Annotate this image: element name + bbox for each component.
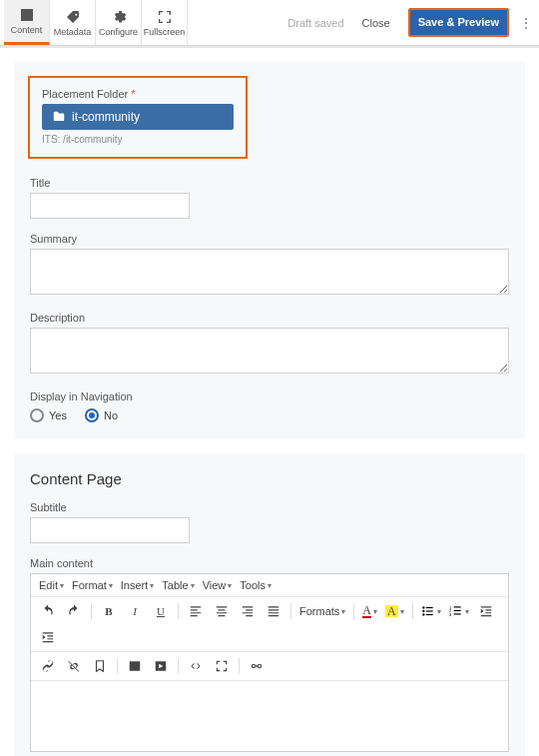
- folder-icon: [52, 110, 66, 124]
- display-nav-row: Display in Navigation Yes No: [30, 390, 509, 422]
- formats-dropdown[interactable]: Formats▾: [299, 605, 345, 617]
- unlink-icon[interactable]: [65, 657, 83, 675]
- bookmark-icon[interactable]: [91, 657, 109, 675]
- fullscreen-icon: [157, 9, 173, 25]
- rich-text-editor: Edit▾ Format▾ Insert▾ Table▾ View▾ Tools…: [30, 573, 509, 752]
- svg-rect-3: [425, 610, 432, 611]
- redo-icon[interactable]: [65, 602, 83, 620]
- gear-icon: [111, 9, 127, 25]
- display-nav-yes[interactable]: Yes: [30, 408, 67, 422]
- folder-name: it-community: [72, 110, 140, 124]
- svg-point-2: [422, 610, 424, 612]
- svg-rect-7: [453, 606, 460, 607]
- outdent-icon[interactable]: [477, 602, 495, 620]
- indent-icon[interactable]: [39, 628, 57, 646]
- svg-rect-11: [453, 613, 460, 614]
- display-nav-no[interactable]: No: [85, 408, 118, 422]
- italic-button[interactable]: I: [126, 602, 144, 620]
- radio-icon: [30, 408, 44, 422]
- tab-label: Configure: [99, 27, 138, 37]
- main-content-row: Main content Edit▾ Format▾ Insert▾ Table…: [30, 557, 509, 752]
- description-label: Description: [30, 312, 509, 324]
- placement-folder-path: ITS: /it-community: [42, 134, 234, 145]
- tab-label: Fullscreen: [144, 27, 186, 37]
- rte-menu-table[interactable]: Table▾: [162, 579, 194, 591]
- tag-icon: [65, 9, 81, 25]
- rte-menu-insert[interactable]: Insert▾: [121, 579, 155, 591]
- rte-menu-tools[interactable]: Tools▾: [240, 579, 271, 591]
- rte-menu-format[interactable]: Format▾: [72, 579, 113, 591]
- rte-menu-edit[interactable]: Edit▾: [39, 579, 64, 591]
- tab-content[interactable]: Content: [4, 0, 50, 45]
- more-menu-button[interactable]: ⋮: [519, 15, 533, 31]
- tab-label: Content: [11, 25, 43, 35]
- align-justify-icon[interactable]: [265, 602, 282, 620]
- radio-icon: [85, 408, 99, 422]
- image-icon[interactable]: [126, 657, 144, 675]
- align-right-icon[interactable]: [239, 602, 257, 620]
- description-row: Description: [30, 312, 509, 377]
- text-color-button[interactable]: A▾: [362, 604, 377, 618]
- summary-label: Summary: [30, 233, 509, 245]
- rte-toolbar-2: [31, 652, 508, 681]
- rte-menu-view[interactable]: View▾: [203, 579, 233, 591]
- link-icon[interactable]: [39, 657, 57, 675]
- svg-rect-1: [425, 607, 432, 608]
- close-button[interactable]: Close: [354, 11, 398, 35]
- svg-point-0: [422, 606, 424, 608]
- tab-label: Metadata: [54, 27, 92, 37]
- top-actions: Draft saved Close Save & Preview ⋮: [287, 0, 539, 45]
- underline-button[interactable]: U: [152, 602, 170, 620]
- title-input[interactable]: [30, 193, 190, 219]
- media-icon[interactable]: [152, 657, 170, 675]
- highlight-color-button[interactable]: A▾: [385, 605, 404, 617]
- title-label: Title: [30, 177, 509, 189]
- subtitle-row: Subtitle: [30, 501, 509, 543]
- tab-fullscreen[interactable]: Fullscreen: [142, 0, 188, 45]
- content-page-heading: Content Page: [30, 470, 509, 487]
- rte-toolbar-1: B I U Formats▾ A▾ A▾ ▾ 123▾: [31, 597, 508, 652]
- bold-button[interactable]: B: [100, 602, 118, 620]
- fullscreen-editor-icon[interactable]: [213, 657, 231, 675]
- align-left-icon[interactable]: [187, 602, 205, 620]
- svg-rect-5: [425, 614, 432, 615]
- description-textarea[interactable]: [30, 328, 509, 374]
- infinity-icon[interactable]: [248, 657, 266, 675]
- placement-folder-label: Placement Folder *: [42, 88, 234, 100]
- main-content-label: Main content: [30, 557, 509, 569]
- svg-text:3: 3: [449, 612, 452, 617]
- svg-point-4: [422, 613, 424, 615]
- number-list-button[interactable]: 123▾: [449, 604, 469, 618]
- rte-content-area[interactable]: [31, 681, 508, 751]
- undo-icon[interactable]: [39, 602, 57, 620]
- placement-folder-chip[interactable]: it-community: [42, 104, 234, 130]
- bullet-list-button[interactable]: ▾: [421, 604, 441, 618]
- svg-rect-9: [453, 610, 460, 611]
- tab-configure[interactable]: Configure: [96, 0, 142, 45]
- placement-folder-block: Placement Folder * it-community ITS: /it…: [28, 76, 248, 159]
- draft-saved-status: Draft saved: [287, 17, 343, 29]
- save-preview-button[interactable]: Save & Preview: [408, 8, 509, 37]
- code-icon[interactable]: [187, 657, 205, 675]
- align-center-icon[interactable]: [213, 602, 231, 620]
- tab-metadata[interactable]: Metadata: [50, 0, 96, 45]
- basic-fields-panel: Placement Folder * it-community ITS: /it…: [14, 62, 525, 438]
- rte-menubar: Edit▾ Format▾ Insert▾ Table▾ View▾ Tools…: [31, 574, 508, 597]
- summary-textarea[interactable]: [30, 249, 509, 295]
- summary-row: Summary: [30, 233, 509, 298]
- title-row: Title: [30, 177, 509, 219]
- subtitle-label: Subtitle: [30, 501, 509, 513]
- subtitle-input[interactable]: [30, 517, 190, 543]
- top-toolbar: Content Metadata Configure Fullscreen Dr…: [0, 0, 539, 46]
- content-page-panel: Content Page Subtitle Main content Edit▾…: [14, 454, 525, 756]
- required-mark: *: [131, 88, 135, 100]
- content-icon: [19, 7, 35, 23]
- display-nav-label: Display in Navigation: [30, 390, 509, 402]
